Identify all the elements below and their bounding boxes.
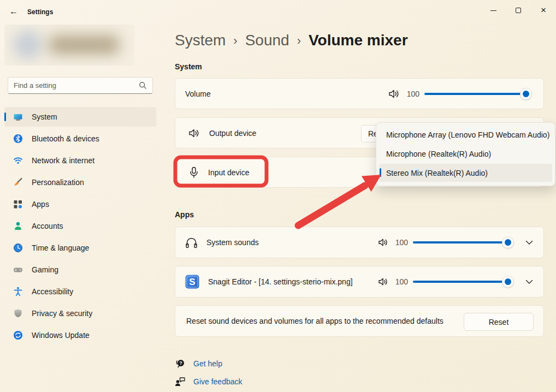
reset-button[interactable]: Reset: [464, 313, 534, 331]
close-icon: ×: [541, 5, 546, 16]
system-sounds-card: System sounds 100: [175, 227, 544, 258]
sidebar-item-system[interactable]: System: [4, 107, 156, 127]
slider-track: [424, 93, 526, 95]
slider-track: [413, 241, 508, 243]
sidebar-item-label: System: [32, 112, 57, 121]
bluetooth-icon: [13, 134, 23, 144]
input-device-label: Input device: [208, 168, 250, 177]
user-avatar[interactable]: [4, 25, 134, 66]
system-sounds-slider[interactable]: [413, 236, 508, 248]
sidebar: System Bluetooth & devices Network & int…: [0, 22, 164, 392]
slider-thumb[interactable]: [502, 236, 514, 248]
windows-update-icon: [13, 330, 23, 340]
sidebar-item-apps[interactable]: Apps: [4, 194, 156, 214]
window-controls: ×: [481, 0, 556, 22]
slider-thumb[interactable]: [502, 276, 514, 288]
sidebar-item-time-language[interactable]: Time & language: [4, 238, 156, 258]
back-button[interactable]: ←: [5, 4, 22, 19]
footer-links: ? Get help Give feedback: [175, 358, 544, 388]
dropdown-item-label: Stereo Mix (Realtek(R) Audio): [386, 169, 488, 177]
sidebar-item-label: Network & internet: [32, 156, 94, 165]
speaker-icon: [378, 277, 389, 286]
avatar-name-blur: [49, 35, 119, 54]
breadcrumb: System › Sound › Volume mixer: [175, 31, 544, 50]
get-help-link[interactable]: Get help: [193, 359, 222, 368]
input-device-dropdown: Microphone Array (Lenovo FHD Webcam Audi…: [376, 122, 555, 186]
chevron-right-icon: ›: [297, 33, 301, 48]
volume-slider[interactable]: [424, 88, 526, 100]
sidebar-item-label: Accounts: [32, 222, 63, 230]
reset-description: Reset sound devices and volumes for all …: [185, 317, 443, 325]
avatar-photo-blur: [13, 30, 43, 60]
slider-track: [413, 281, 508, 283]
system-icon: [13, 112, 23, 122]
sidebar-item-accounts[interactable]: Accounts: [4, 216, 156, 236]
sidebar-item-label: Time & language: [32, 243, 89, 252]
dropdown-item-label: Microphone (Realtek(R) Audio): [386, 150, 491, 158]
dropdown-item-microphone-array[interactable]: Microphone Array (Lenovo FHD Webcam Audi…: [379, 126, 552, 144]
window-title: Settings: [27, 8, 53, 16]
selected-accent-bar: [4, 112, 6, 121]
sidebar-item-privacy-security[interactable]: Privacy & security: [4, 304, 156, 323]
shield-icon: [13, 308, 23, 318]
sidebar-item-accessibility[interactable]: Accessibility: [4, 282, 156, 301]
sidebar-item-label: Windows Update: [32, 331, 90, 340]
breadcrumb-system[interactable]: System: [175, 32, 226, 49]
maximize-button[interactable]: [506, 0, 531, 21]
reset-button-label: Reset: [489, 318, 509, 326]
system-sounds-value: 100: [394, 238, 408, 247]
sidebar-item-bluetooth-devices[interactable]: Bluetooth & devices: [4, 129, 156, 149]
sidebar-item-label: Bluetooth & devices: [32, 134, 99, 143]
get-help-icon: ?: [175, 358, 186, 369]
personalization-brush-icon: [13, 177, 23, 187]
dropdown-item-stereo-mix[interactable]: Stereo Mix (Realtek(R) Audio): [379, 164, 552, 182]
page-title: Volume mixer: [309, 32, 408, 49]
snagit-app-icon: S: [185, 275, 199, 289]
get-help-row[interactable]: ? Get help: [175, 358, 544, 370]
game-controller-icon: [13, 265, 23, 275]
titlebar: ← Settings ×: [0, 0, 556, 22]
search-input[interactable]: [14, 81, 139, 90]
wifi-icon: [13, 156, 23, 165]
main-content: System › Sound › Volume mixer System Vol…: [175, 22, 544, 392]
minimize-button[interactable]: [481, 0, 506, 21]
selected-accent-bar: [380, 168, 381, 177]
speaker-icon: [188, 128, 200, 138]
slider-thumb[interactable]: [520, 88, 532, 100]
give-feedback-link[interactable]: Give feedback: [193, 377, 242, 386]
volume-value: 100: [405, 90, 419, 98]
section-header-system: System: [175, 62, 544, 72]
snagit-slider[interactable]: [413, 276, 508, 288]
dropdown-item-microphone-realtek[interactable]: Microphone (Realtek(R) Audio): [379, 145, 552, 163]
sidebar-item-network-internet[interactable]: Network & internet: [4, 151, 156, 170]
system-sounds-label: System sounds: [206, 238, 259, 247]
sidebar-item-personalization[interactable]: Personalization: [4, 173, 156, 192]
microphone-icon: [188, 167, 199, 179]
snagit-value: 100: [394, 277, 408, 286]
svg-text:?: ?: [179, 360, 182, 366]
speaker-icon: [378, 238, 389, 247]
sidebar-item-label: Privacy & security: [32, 309, 92, 318]
give-feedback-row[interactable]: Give feedback: [175, 376, 544, 388]
sidebar-item-label: Accessibility: [32, 287, 73, 296]
accessibility-person-icon: [13, 287, 23, 296]
volume-card: Volume 100: [175, 78, 544, 109]
sidebar-item-windows-update[interactable]: Windows Update: [4, 325, 156, 345]
accounts-person-icon: [13, 221, 23, 231]
section-header-apps: Apps: [175, 210, 544, 219]
give-feedback-icon: [175, 376, 186, 387]
search-icon: [139, 81, 147, 90]
back-arrow-icon: ←: [9, 7, 18, 16]
clock-icon: [13, 243, 23, 253]
speaker-icon: [388, 89, 400, 99]
sidebar-item-gaming[interactable]: Gaming: [4, 260, 156, 280]
chevron-down-icon[interactable]: [525, 239, 534, 246]
breadcrumb-sound[interactable]: Sound: [245, 32, 289, 49]
snagit-card: S Snagit Editor - [14. settings-sterio-m…: [175, 266, 544, 298]
snagit-label: Snagit Editor - [14. settings-sterio-mix…: [208, 277, 353, 286]
sidebar-item-label: Personalization: [32, 178, 84, 187]
close-button[interactable]: ×: [531, 0, 556, 21]
search-box[interactable]: [8, 77, 153, 94]
maximize-icon: [516, 8, 521, 13]
chevron-down-icon[interactable]: [525, 278, 534, 285]
